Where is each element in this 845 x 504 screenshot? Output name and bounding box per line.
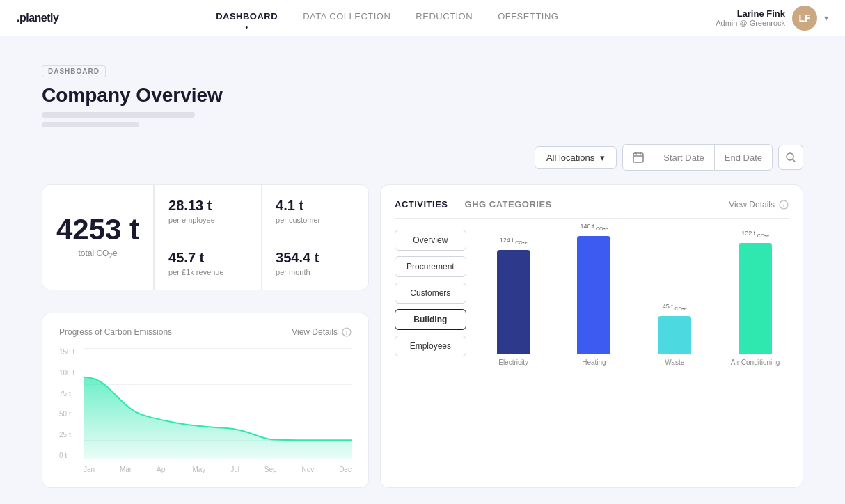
activity-list: Overview Procurement Customers Building …: [395, 230, 466, 386]
breadcrumb: DASHBOARD: [42, 65, 106, 77]
activity-btn-employees[interactable]: Employees: [395, 336, 466, 356]
stat-per-employee: 28.13 t per employee: [154, 185, 261, 237]
y-label-150: 150 t: [59, 348, 80, 356]
avatar: LF: [792, 6, 817, 31]
navbar: .planetly DASHBOARD DATA COLLECTION REDU…: [0, 0, 845, 36]
subtitle-line-2: [42, 122, 139, 127]
end-date-input[interactable]: End Date: [715, 147, 772, 168]
bar-label-top-electricity: 124 t CO₂e: [500, 237, 528, 246]
bar-heating: [577, 236, 610, 354]
x-label-sep: Sep: [264, 466, 277, 473]
tab-activities[interactable]: ACTIVITIES: [395, 199, 448, 210]
date-filter: Start Date End Date: [622, 144, 773, 171]
svg-text:i: i: [783, 202, 784, 208]
bar-label-top-heating: 140 t CO₂e: [580, 223, 608, 232]
bar-group-waste: 45 t CO₂eWaste: [641, 303, 708, 366]
activity-btn-building[interactable]: Building: [395, 309, 466, 330]
chart-area: 150 t 100 t 75 t 50 t 25 t 0 t: [59, 348, 352, 473]
y-label-100: 100 t: [59, 369, 80, 377]
bars-container: 124 t CO₂eElectricity140 t CO₂eHeating45…: [480, 230, 789, 369]
area-fill: [84, 377, 352, 459]
activity-btn-procurement[interactable]: Procurement: [395, 256, 466, 277]
nav-link-reduction[interactable]: REDUCTION: [416, 11, 473, 24]
x-label-dec: Dec: [339, 466, 352, 473]
stat-per-month: 354.4 t per month: [261, 237, 368, 290]
bar-label-bottom-air-conditioning: Air Conditioning: [731, 359, 780, 366]
nav-link-data-collection[interactable]: DATA COLLECTION: [303, 11, 390, 24]
start-date-label: Start Date: [663, 152, 704, 163]
user-role: Admin @ Greenrock: [716, 19, 785, 27]
y-label-25: 25 t: [59, 431, 80, 439]
user-menu[interactable]: Larine Fink Admin @ Greenrock LF ▾: [716, 6, 828, 31]
y-label-75: 75 t: [59, 390, 80, 397]
panel-content: Overview Procurement Customers Building …: [395, 230, 789, 386]
search-button[interactable]: [778, 145, 803, 170]
location-filter-label: All locations: [546, 152, 594, 163]
stat-per-revenue-label: per £1k revenue: [168, 268, 247, 276]
info-icon: i: [342, 327, 352, 337]
chart-view-details[interactable]: View Details i: [292, 327, 352, 337]
x-label-mar: Mar: [120, 466, 132, 473]
y-label-50: 50 t: [59, 410, 80, 418]
search-icon: [785, 152, 796, 163]
chart-title: Progress of Carbon Emissions: [59, 327, 172, 337]
nav-links: DASHBOARD DATA COLLECTION REDUCTION OFFS…: [216, 11, 558, 24]
bar-group-electricity: 124 t CO₂eElectricity: [480, 237, 547, 366]
stat-per-customer-value: 4.1 t: [276, 198, 354, 214]
calendar-icon-wrapper[interactable]: [623, 146, 654, 168]
calendar-icon: [633, 152, 644, 163]
stat-per-month-label: per month: [276, 268, 354, 276]
small-stats-grid: 28.13 t per employee 4.1 t per customer …: [154, 185, 368, 290]
chart-header: Progress of Carbon Emissions View Detail…: [59, 327, 352, 337]
filter-bar: All locations ▾ Start Date End Date: [42, 144, 803, 171]
bar-electricity: [497, 250, 530, 354]
bar-group-heating: 140 t CO₂eHeating: [561, 223, 628, 366]
start-date-input[interactable]: Start Date: [654, 147, 714, 168]
panel-view-details[interactable]: View Details i: [729, 200, 789, 210]
info-icon: i: [779, 200, 789, 210]
view-details-label: View Details: [292, 327, 338, 337]
svg-text:i: i: [346, 330, 347, 336]
stat-per-customer-label: per customer: [276, 216, 354, 224]
stat-per-month-value: 354.4 t: [276, 250, 354, 266]
stats-top: 4253 t total CO2e 28.13 t per employee 4…: [42, 184, 369, 290]
nav-link-offsetting[interactable]: OFFSETTING: [498, 11, 558, 24]
user-info: Larine Fink Admin @ Greenrock: [716, 8, 785, 27]
stat-per-revenue: 45.7 t per £1k revenue: [154, 237, 261, 290]
bar-chart-area: 124 t CO₂eElectricity140 t CO₂eHeating45…: [480, 230, 789, 386]
main-content: DASHBOARD Company Overview All locations…: [0, 36, 845, 504]
main-stat-card: 4253 t total CO2e: [42, 185, 154, 290]
right-panel: ACTIVITIES GHG CATEGORIES View Details i…: [380, 184, 803, 488]
bar-label-top-air-conditioning: 132 t CO₂e: [741, 230, 769, 239]
left-section: 4253 t total CO2e 28.13 t per employee 4…: [42, 184, 369, 488]
emissions-chart-card: Progress of Carbon Emissions View Detail…: [42, 313, 369, 488]
x-label-may: May: [192, 466, 205, 473]
panel-view-details-label: View Details: [729, 200, 775, 210]
brand-logo: .planetly: [17, 12, 58, 24]
stat-per-employee-value: 28.13 t: [168, 198, 247, 214]
chart-body: [84, 348, 352, 459]
location-filter[interactable]: All locations ▾: [535, 146, 617, 169]
chart-x-labels: Jan Mar Apr May Jul Sep Nov Dec: [84, 466, 352, 473]
chart-svg: [84, 348, 352, 459]
page-title: Company Overview: [42, 84, 803, 107]
end-date-label: End Date: [725, 152, 762, 163]
dashboard-layout: 4253 t total CO2e 28.13 t per employee 4…: [42, 184, 803, 488]
stat-per-customer: 4.1 t per customer: [261, 185, 368, 237]
tab-ghg-categories[interactable]: GHG CATEGORIES: [465, 199, 552, 210]
stat-per-employee-label: per employee: [168, 216, 247, 224]
chevron-down-icon[interactable]: ▾: [824, 13, 828, 23]
nav-link-dashboard[interactable]: DASHBOARD: [216, 11, 278, 24]
main-stat-label: total CO2e: [78, 249, 117, 260]
activity-btn-customers[interactable]: Customers: [395, 283, 466, 304]
chart-y-labels: 150 t 100 t 75 t 50 t 25 t 0 t: [59, 348, 80, 459]
bar-group-air-conditioning: 132 t CO₂eAir Conditioning: [722, 230, 789, 366]
x-label-jul: Jul: [230, 466, 239, 473]
subtitle-line-1: [42, 112, 195, 118]
y-label-0: 0 t: [59, 452, 80, 459]
chevron-down-icon: ▾: [600, 152, 605, 163]
subtitle-lines: [42, 112, 803, 127]
svg-rect-0: [633, 153, 643, 162]
activity-btn-overview[interactable]: Overview: [395, 230, 466, 251]
bar-label-bottom-waste: Waste: [665, 359, 684, 366]
